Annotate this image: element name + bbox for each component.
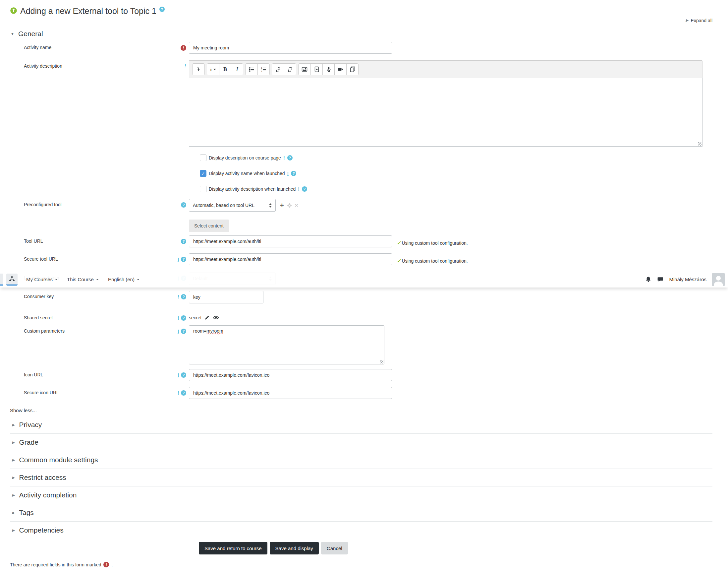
advanced-icon (185, 64, 186, 68)
checkbox-label: Display activity description when launch… (209, 186, 296, 192)
insert-link-icon[interactable] (272, 64, 284, 75)
secure-tool-url-input[interactable] (189, 253, 392, 265)
section-common-module-settings[interactable]: Common module settings (10, 451, 712, 469)
checkbox-label: Display activity name when launched (209, 171, 285, 176)
page-title: Adding a new External tool to Topic 1 (20, 5, 156, 17)
save-and-return-button[interactable]: Save and return to course (199, 542, 267, 554)
cancel-button[interactable]: Cancel (321, 542, 348, 554)
custom-parameters-textarea[interactable]: room=myroom (189, 325, 384, 365)
save-and-display-button[interactable]: Save and display (270, 542, 319, 554)
select-carets-icon (269, 203, 272, 208)
insert-image-icon[interactable] (299, 64, 310, 75)
field-preconfigured-tool: Preconfigured tool Automatic, based on t… (10, 199, 712, 232)
secure-tool-url-label: Secure tool URL (24, 256, 58, 262)
field-secure-tool-url: Secure tool URL Using custom tool config… (10, 253, 712, 265)
help-icon[interactable] (181, 239, 186, 244)
record-video-icon[interactable] (334, 64, 346, 75)
help-icon[interactable] (181, 315, 186, 321)
misspelled-word: myroom (207, 328, 223, 334)
help-icon[interactable] (181, 372, 186, 378)
advanced-icon (178, 295, 179, 299)
tool-url-status: Using custom tool configuration. (397, 235, 468, 248)
advanced-icon (178, 329, 179, 334)
manage-files-icon[interactable] (346, 64, 358, 75)
preconfigured-tool-select[interactable]: Automatic, based on tool URL (189, 199, 276, 211)
help-icon[interactable] (302, 186, 307, 192)
description-textarea[interactable] (189, 78, 702, 147)
required-icon (103, 562, 109, 567)
field-secure-icon-url: Secure icon URL (10, 387, 712, 399)
ordered-list-icon[interactable]: 123 (257, 64, 269, 75)
display-description-checkbox[interactable] (200, 154, 207, 161)
tool-url-input[interactable] (189, 235, 392, 248)
advanced-icon (178, 257, 179, 262)
nav-edge-button[interactable] (0, 273, 3, 286)
secure-icon-url-input[interactable] (189, 387, 392, 399)
field-custom-parameters: Custom parameters room=myroom (10, 325, 712, 365)
editor-toolbar: i B I (189, 60, 702, 78)
unlink-icon[interactable] (284, 64, 296, 75)
chevron-right-icon (12, 458, 14, 462)
field-shared-secret: Shared secret secret (10, 312, 712, 321)
resize-grip[interactable] (380, 360, 384, 364)
required-fields-note: There are required fields in this form m… (10, 562, 712, 567)
help-icon[interactable] (181, 328, 186, 334)
field-tool-url: Tool URL Using custom tool configuration… (10, 235, 712, 248)
collapsed-sections: Privacy Grade Common module settings Res… (10, 416, 712, 539)
section-general-header[interactable]: General (10, 29, 712, 38)
help-icon[interactable] (287, 155, 293, 161)
section-grade[interactable]: Grade (10, 434, 712, 451)
record-audio-icon[interactable] (323, 64, 334, 75)
help-icon[interactable] (181, 257, 186, 262)
sitemap-icon[interactable] (6, 273, 18, 286)
show-less-link[interactable]: Show less... (10, 407, 37, 413)
display-activity-name-checkbox[interactable] (200, 170, 207, 177)
avatar[interactable] (712, 273, 725, 286)
shared-secret-label: Shared secret (24, 315, 53, 320)
page: Adding a new External tool to Topic 1 Ex… (0, 0, 728, 576)
user-name[interactable]: Mihály Mészáros (669, 277, 706, 282)
edit-tool-gear-icon (287, 203, 292, 208)
messages-chat-icon[interactable] (657, 276, 663, 283)
bold-button[interactable]: B (219, 64, 231, 75)
italic-button[interactable]: I (231, 64, 243, 75)
edit-pencil-icon[interactable] (205, 315, 210, 320)
expand-all-link[interactable]: Expand all (686, 18, 712, 23)
unordered-list-icon[interactable] (246, 64, 257, 75)
nav-my-courses[interactable]: My Courses (22, 277, 62, 282)
section-competencies[interactable]: Competencies (10, 522, 712, 539)
section-privacy[interactable]: Privacy (10, 416, 712, 434)
external-tool-icon (10, 7, 17, 14)
add-tool-icon[interactable]: + (280, 202, 284, 208)
help-icon[interactable] (181, 294, 186, 299)
chevron-right-icon (12, 476, 14, 480)
chevron-right-icon (12, 511, 14, 515)
nav-this-course[interactable]: This Course (62, 277, 103, 282)
nav-language[interactable]: English (en) (103, 277, 144, 282)
resize-grip[interactable] (698, 142, 701, 146)
help-icon[interactable] (181, 202, 186, 208)
title-help-icon[interactable] (159, 7, 165, 12)
notifications-bell-icon[interactable] (645, 276, 651, 283)
display-activity-description-checkbox[interactable] (200, 186, 207, 192)
icon-url-input[interactable] (189, 369, 392, 381)
help-icon[interactable] (181, 390, 186, 396)
check-icon (397, 240, 401, 246)
insert-media-icon[interactable] (310, 64, 323, 75)
collapse-toolbar-icon[interactable] (192, 64, 205, 75)
required-icon (181, 45, 186, 51)
activity-name-input[interactable] (189, 42, 392, 54)
paragraph-styles-button[interactable]: i (207, 64, 219, 75)
section-tags[interactable]: Tags (10, 504, 712, 522)
show-secret-eye-icon[interactable] (213, 315, 219, 320)
section-restrict-access[interactable]: Restrict access (10, 469, 712, 487)
checkbox-row-display-description: Display description on course page (200, 154, 712, 161)
section-activity-completion[interactable]: Activity completion (10, 487, 712, 504)
help-icon[interactable] (291, 171, 296, 176)
shared-secret-value: secret (189, 315, 202, 320)
checkbox-row-display-activity-name: Display activity name when launched (200, 170, 712, 177)
select-content-button[interactable]: Select content (189, 220, 229, 232)
consumer-key-label: Consumer key (24, 294, 54, 299)
consumer-key-input[interactable] (189, 291, 264, 304)
description-editor: i B I (189, 60, 702, 147)
